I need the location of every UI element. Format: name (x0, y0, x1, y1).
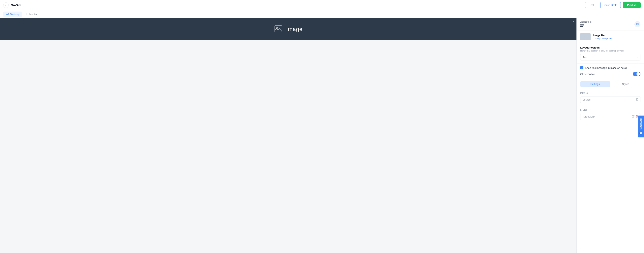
pencil-icon (636, 23, 639, 26)
header: ← On-Site Test Save Draft Publish (0, 0, 644, 10)
feedback-tab[interactable]: 💬 Feedback (638, 116, 644, 137)
toggle-thumb (636, 72, 640, 76)
layout-title: Layout Position (580, 46, 640, 49)
source-input-row: Source (580, 96, 640, 103)
close-button[interactable]: × (573, 20, 574, 24)
source-placeholder: Source (582, 98, 636, 101)
target-link-row: Target Link (580, 113, 640, 120)
svg-rect-7 (580, 25, 584, 26)
mobile-tab-label: Mobile (30, 13, 37, 16)
svg-point-6 (276, 27, 278, 29)
svg-rect-5 (275, 26, 282, 32)
close-button-row: Close Button (580, 72, 640, 76)
links-section-label: LINKS (580, 109, 640, 111)
feedback-label: Feedback (640, 118, 642, 130)
media-section: MEDIA Source (577, 89, 644, 106)
device-tab-bar: Desktop Mobile (0, 10, 644, 18)
media-section-label: MEDIA (580, 92, 640, 94)
links-section: LINKS Target Link (577, 106, 644, 123)
template-info: Image Bar Change Template (593, 34, 612, 40)
save-draft-button[interactable]: Save Draft (600, 2, 621, 8)
settings-styles-tabs: Settings Styles (577, 79, 644, 89)
desktop-icon (6, 13, 9, 16)
image-bar-text: Image (286, 26, 303, 33)
right-panel: GENERAL Image Bar Change Template Layout… (576, 18, 644, 253)
header-left: ← On-Site (3, 3, 21, 8)
general-info: GENERAL (580, 21, 593, 28)
layout-subtitle: Horizontal position is only for desktop … (580, 50, 640, 52)
svg-rect-0 (6, 13, 8, 15)
keep-in-place-checkbox[interactable] (580, 66, 584, 69)
svg-rect-8 (580, 26, 583, 27)
image-bar: Image × (0, 18, 576, 40)
back-icon: ← (5, 4, 7, 7)
close-button-toggle[interactable] (633, 72, 640, 76)
app-title: On-Site (11, 4, 21, 7)
styles-tab[interactable]: Styles (611, 81, 640, 87)
canvas-area: Image × (0, 18, 576, 253)
mobile-tab[interactable]: Mobile (23, 12, 40, 17)
settings-tab[interactable]: Settings (580, 81, 610, 87)
desktop-tab-label: Desktop (10, 13, 20, 16)
publish-button[interactable]: Publish (623, 2, 641, 8)
back-button[interactable]: ← (3, 3, 9, 8)
general-icon (580, 25, 593, 28)
layout-position-select[interactable]: Top Bottom Left Right (580, 54, 640, 61)
desktop-tab[interactable]: Desktop (3, 12, 22, 17)
general-title: GENERAL (580, 21, 593, 24)
general-section: GENERAL (577, 18, 644, 31)
general-edit-button[interactable] (634, 21, 640, 27)
layout-section: Layout Position Horizontal position is o… (577, 43, 644, 64)
close-button-label: Close Button (580, 73, 595, 76)
template-section: Image Bar Change Template (577, 31, 644, 43)
target-link-placeholder: Target Link (582, 115, 631, 118)
options-section: Keep this message in place on scroll Clo… (577, 64, 644, 79)
keep-in-place-row: Keep this message in place on scroll (580, 66, 640, 69)
link-edit-icon[interactable] (632, 115, 634, 118)
feedback-icon: 💬 (640, 131, 642, 135)
main-layout: Image × GENERAL Image Bar Ch (0, 18, 644, 253)
header-right: Test Save Draft Publish (585, 2, 641, 8)
change-template-button[interactable]: Change Template (593, 37, 612, 40)
template-name: Image Bar (593, 34, 612, 37)
template-preview-thumbnail (580, 33, 590, 40)
keep-in-place-label: Keep this message in place on scroll (585, 66, 627, 69)
test-button[interactable]: Test (585, 2, 598, 8)
image-icon (274, 25, 283, 34)
source-edit-icon[interactable] (636, 98, 638, 101)
mobile-icon (26, 13, 28, 16)
link-action-icons (632, 115, 638, 118)
